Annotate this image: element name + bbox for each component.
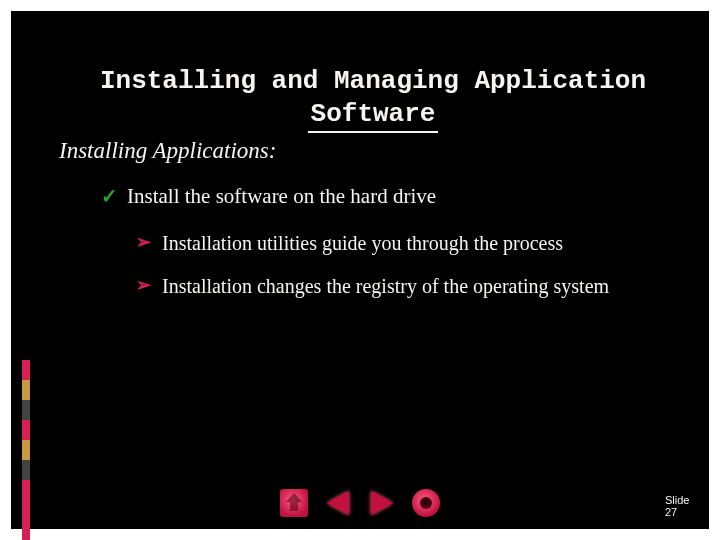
arrow-icon: ➢	[136, 231, 158, 253]
bullet-level2-text: Installation changes the registry of the…	[162, 274, 672, 299]
prev-icon[interactable]	[324, 489, 352, 517]
bullet-level2: ➢ Installation changes the registry of t…	[136, 274, 681, 299]
slide-body: Installing and Managing Application Soft…	[11, 11, 709, 529]
next-icon[interactable]	[368, 489, 396, 517]
slide-title: Installing and Managing Application Soft…	[69, 65, 677, 133]
slide-subtitle: Installing Applications:	[59, 138, 276, 164]
home-icon[interactable]	[280, 489, 308, 517]
slide-number: Slide 27	[665, 494, 695, 519]
stop-icon[interactable]	[412, 489, 440, 517]
bullet-level2-text: Installation utilities guide you through…	[162, 231, 672, 256]
nav-buttons	[11, 489, 709, 517]
bullet-level1: ✓ Install the software on the hard drive	[101, 184, 671, 209]
bullet-level2: ➢ Installation utilities guide you throu…	[136, 231, 681, 256]
bullet-level1-text: Install the software on the hard drive	[127, 184, 436, 209]
arrow-icon: ➢	[136, 274, 158, 296]
check-icon: ✓	[101, 184, 123, 208]
